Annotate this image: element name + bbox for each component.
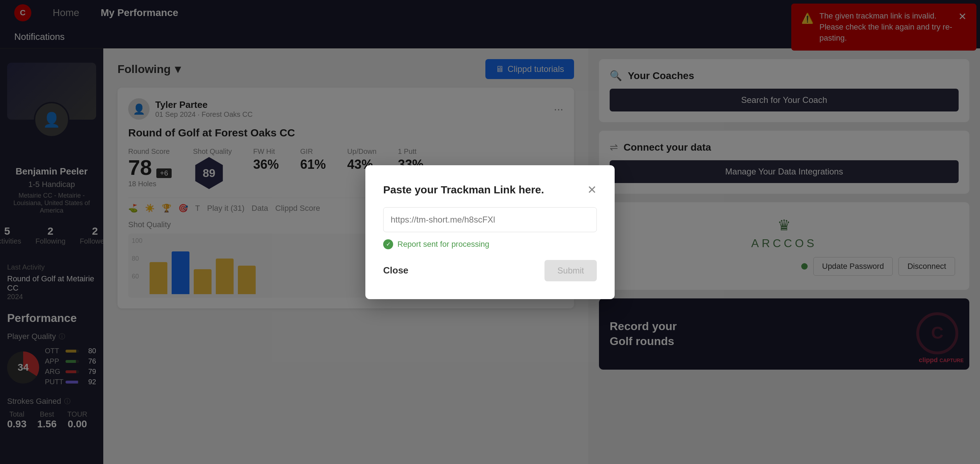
modal-overlay: Paste your Trackman Link here. ✕ ✓ Repor… xyxy=(0,0,980,464)
modal-success-message: ✓ Report sent for processing xyxy=(383,239,597,249)
trackman-modal: Paste your Trackman Link here. ✕ ✓ Repor… xyxy=(365,165,615,299)
modal-title: Paste your Trackman Link here. xyxy=(383,184,544,196)
modal-close-button[interactable]: Close xyxy=(383,265,409,276)
modal-footer: Close Submit xyxy=(383,260,597,281)
modal-close-x-button[interactable]: ✕ xyxy=(587,183,597,197)
trackman-link-input[interactable] xyxy=(383,207,597,232)
modal-submit-button[interactable]: Submit xyxy=(544,260,597,281)
success-check-icon: ✓ xyxy=(383,239,393,249)
modal-header: Paste your Trackman Link here. ✕ xyxy=(383,183,597,197)
